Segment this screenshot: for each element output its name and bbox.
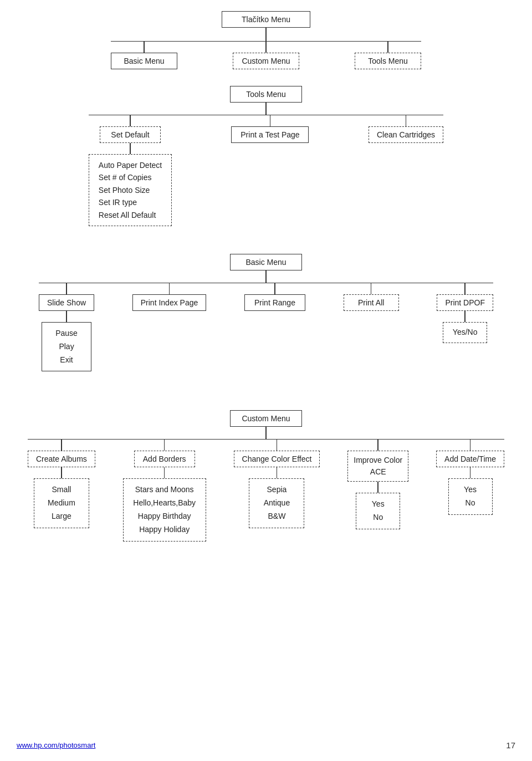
tools-children: Set Default Auto Paper DetectSet # of Co… — [89, 115, 443, 226]
node-borders-sub: Stars and MoonsHello,Hearts,BabyHappy Bi… — [123, 478, 206, 541]
section-toplevel: Tlačítko Menu Basic Menu Custom Menu — [17, 11, 515, 69]
hline-basic — [39, 283, 493, 283]
node-add-date: Add Date/Time — [436, 451, 504, 467]
branch-create-albums: Create Albums SmallMediumLarge — [28, 440, 95, 528]
node-tools-menu-1: Tools Menu — [355, 53, 421, 69]
vline — [265, 28, 267, 41]
branch-print-all: Print All — [344, 283, 399, 311]
branch-change-color: Change Color Effect SepiaAntiqueB&W — [234, 440, 320, 528]
node-print-all: Print All — [344, 294, 399, 311]
branch-slide-show: Slide Show PausePlayExit — [39, 283, 94, 371]
branch-improve-color: Improve ColorACE YesNo — [347, 440, 408, 529]
hline-top — [111, 41, 421, 42]
node-custom-menu-1: Custom Menu — [233, 53, 299, 69]
node-tools-menu-2: Tools Menu — [230, 86, 302, 103]
custom-children: Create Albums SmallMediumLarge Add Borde… — [28, 440, 504, 541]
node-set-default-sub: Auto Paper DetectSet # of CopiesSet Phot… — [89, 154, 172, 226]
node-basic-menu-1: Basic Menu — [111, 53, 177, 69]
branch-custom: Custom Menu — [233, 42, 299, 69]
node-yes-no-date: YesNo — [448, 478, 493, 515]
branch-set-default: Set Default Auto Paper DetectSet # of Co… — [89, 115, 172, 226]
node-yes-no-improve: YesNo — [356, 493, 400, 529]
node-change-color: Change Color Effect — [234, 451, 320, 467]
node-create-albums: Create Albums — [28, 451, 95, 467]
page: Tlačítko Menu Basic Menu Custom Menu — [0, 0, 532, 761]
section-basic: Basic Menu Slide Show PausePlayExit — [17, 254, 515, 371]
branch-print-range: Print Range — [244, 283, 305, 311]
footer-page: 17 — [506, 740, 515, 750]
section-tools: Tools Menu Set Default Auto Paper Detect… — [17, 86, 515, 226]
hline-custom — [28, 439, 504, 440]
node-small-medium-large: SmallMediumLarge — [34, 478, 89, 528]
node-print-index: Print Index Page — [132, 294, 207, 311]
node-set-default: Set Default — [100, 126, 161, 143]
footer-link[interactable]: www.hp.com/photosmart — [17, 741, 95, 749]
node-custom-menu-2: Custom Menu — [230, 410, 302, 427]
branch-print-dpof: Print DPOF Yes/No — [437, 283, 493, 343]
branch-print-index: Print Index Page — [132, 283, 207, 311]
node-tlacitko-menu: Tlačítko Menu — [222, 11, 310, 28]
node-slide-show: Slide Show — [39, 294, 94, 311]
node-yes-no-dpof: Yes/No — [443, 322, 487, 343]
branch-print-test: Print a Test Page — [231, 115, 309, 143]
node-print-range: Print Range — [244, 294, 305, 311]
branch-row: Basic Menu Custom Menu Tools Menu — [111, 42, 421, 69]
section-custom: Custom Menu Create Albums SmallMediumLar… — [17, 410, 515, 541]
hline-tools — [89, 115, 443, 115]
branch-basic: Basic Menu — [111, 42, 177, 69]
node-improve-color: Improve ColorACE — [347, 451, 408, 482]
node-basic-menu-2: Basic Menu — [230, 254, 302, 270]
branch-clean-cartridges: Clean Cartridges — [369, 115, 443, 143]
branch-tools: Tools Menu — [355, 42, 421, 69]
footer: www.hp.com/photosmart 17 — [17, 740, 515, 750]
node-pause-play-exit: PausePlayExit — [42, 322, 91, 371]
node-add-borders: Add Borders — [134, 451, 195, 467]
branch-add-borders: Add Borders Stars and MoonsHello,Hearts,… — [123, 440, 206, 541]
branch-add-date: Add Date/Time YesNo — [436, 440, 504, 515]
basic-children: Slide Show PausePlayExit Print Index Pag… — [39, 283, 493, 371]
node-print-dpof: Print DPOF — [437, 294, 493, 311]
node-print-test: Print a Test Page — [231, 126, 309, 143]
node-color-sub: SepiaAntiqueB&W — [249, 478, 304, 528]
node-clean-cartridges: Clean Cartridges — [369, 126, 443, 143]
